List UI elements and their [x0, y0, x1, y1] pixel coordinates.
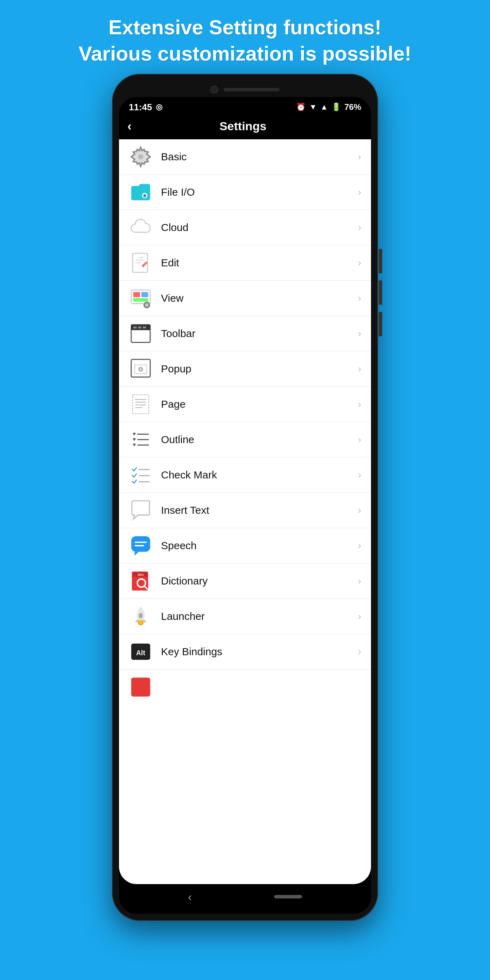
settings-item-edit[interactable]: Edit › — [119, 245, 371, 281]
side-buttons — [379, 249, 382, 336]
signal-icon: ▲ — [320, 103, 328, 111]
phone-top-bar — [119, 81, 371, 97]
phone-speaker — [224, 88, 280, 91]
popup-label: Popup — [161, 363, 358, 375]
alarm-icon: ⏰ — [296, 103, 305, 111]
svg-point-22 — [140, 368, 142, 370]
phone-screen: 11:45 ◎ ⏰ ▼ ▲ 🔋 76% ‹ Settings — [119, 97, 371, 914]
fileio-label: File I/O — [161, 186, 358, 198]
svg-rect-49 — [131, 678, 150, 697]
edit-chevron: › — [358, 257, 361, 269]
status-bar: 11:45 ◎ ⏰ ▼ ▲ 🔋 76% — [119, 97, 371, 116]
toolbar-label: Toolbar — [161, 328, 358, 339]
back-button[interactable]: ‹ — [127, 119, 132, 134]
view-label: View — [161, 292, 358, 304]
nav-back-button[interactable]: ‹ — [188, 890, 192, 904]
svg-point-1 — [138, 154, 143, 160]
checkmark-chevron: › — [358, 469, 361, 480]
basic-label: Basic — [161, 151, 358, 163]
settings-item-view[interactable]: View › — [119, 281, 371, 316]
promo-text: Extensive Setting functions! Various cus… — [58, 0, 433, 74]
svg-text:Dict: Dict — [138, 573, 144, 576]
checkmark-label: Check Mark — [161, 469, 358, 481]
svg-rect-10 — [142, 292, 148, 297]
speech-icon — [129, 534, 153, 558]
popup-chevron: › — [358, 363, 361, 374]
view-icon — [129, 286, 153, 310]
power-button — [379, 312, 382, 336]
checkmark-icon — [129, 463, 153, 487]
settings-item-outline[interactable]: Outline › — [119, 422, 371, 457]
svg-rect-37 — [131, 536, 150, 552]
settings-item-cloud[interactable]: Cloud › — [119, 210, 371, 245]
svg-point-46 — [138, 613, 143, 619]
outline-label: Outline — [161, 434, 358, 445]
outline-icon — [129, 428, 153, 452]
settings-item-fileio[interactable]: File I/O › — [119, 175, 371, 210]
settings-item-launcher[interactable]: Launcher › — [119, 599, 371, 634]
svg-rect-18 — [143, 326, 146, 328]
gear-icon — [129, 145, 153, 169]
app-bar: ‹ Settings — [119, 116, 371, 139]
settings-item-keybindings[interactable]: Alt Key Bindings › — [119, 634, 371, 670]
settings-item-basic[interactable]: Basic › — [119, 139, 371, 175]
settings-item-popup[interactable]: Popup › — [119, 352, 371, 387]
svg-rect-11 — [134, 298, 148, 302]
edit-icon — [129, 251, 153, 275]
page-label: Page — [161, 398, 358, 410]
fileio-icon — [129, 180, 153, 204]
phone-mockup: 11:45 ◎ ⏰ ▼ ▲ 🔋 76% ‹ Settings — [112, 74, 378, 921]
volume-down-button — [379, 280, 382, 305]
keybindings-label: Key Bindings — [161, 646, 358, 658]
inserttext-icon — [129, 498, 153, 522]
volume-up-button — [379, 249, 382, 274]
svg-marker-32 — [133, 444, 136, 446]
launcher-icon — [129, 605, 153, 628]
cloud-icon — [129, 216, 153, 239]
keybindings-icon: Alt — [129, 640, 153, 663]
location-icon: ◎ — [156, 103, 162, 111]
popup-icon — [129, 357, 153, 381]
basic-chevron: › — [358, 151, 361, 162]
wifi-icon: ▼ — [309, 103, 317, 111]
keybindings-chevron: › — [358, 646, 361, 657]
settings-list: Basic › File I/O › — [119, 139, 371, 884]
fileio-chevron: › — [358, 186, 361, 198]
dictionary-label: Dictionary — [161, 575, 358, 587]
front-camera — [210, 86, 218, 94]
navigation-bar: ‹ — [119, 884, 371, 914]
svg-point-13 — [145, 303, 149, 307]
settings-item-speech[interactable]: Speech › — [119, 528, 371, 563]
toolbar-chevron: › — [358, 328, 361, 339]
speech-chevron: › — [358, 540, 361, 551]
svg-marker-38 — [135, 552, 139, 556]
more-icon — [129, 675, 153, 699]
speech-label: Speech — [161, 540, 358, 552]
page-chevron: › — [358, 399, 361, 410]
svg-marker-28 — [133, 433, 136, 435]
settings-item-more[interactable] — [119, 670, 371, 705]
settings-item-inserttext[interactable]: Insert Text › — [119, 493, 371, 528]
clock: 11:45 — [129, 102, 152, 113]
svg-marker-30 — [133, 438, 136, 441]
nav-home-button[interactable] — [274, 895, 302, 899]
inserttext-label: Insert Text — [161, 504, 358, 516]
settings-item-toolbar[interactable]: Toolbar › — [119, 316, 371, 352]
cloud-chevron: › — [358, 222, 361, 233]
battery-percent: 76% — [344, 102, 361, 112]
outline-chevron: › — [358, 434, 361, 445]
page-icon — [129, 392, 153, 416]
svg-rect-17 — [138, 326, 142, 328]
settings-item-page[interactable]: Page › — [119, 387, 371, 422]
svg-rect-23 — [133, 395, 149, 414]
launcher-label: Launcher — [161, 610, 358, 622]
svg-rect-16 — [134, 326, 137, 328]
svg-rect-9 — [134, 292, 140, 297]
svg-text:Alt: Alt — [136, 649, 145, 656]
view-chevron: › — [358, 293, 361, 304]
inserttext-chevron: › — [358, 505, 361, 516]
settings-item-dictionary[interactable]: Dict Dictionary › — [119, 563, 371, 599]
dictionary-chevron: › — [358, 575, 361, 587]
toolbar-icon — [129, 321, 153, 345]
settings-item-checkmark[interactable]: Check Mark › — [119, 457, 371, 493]
